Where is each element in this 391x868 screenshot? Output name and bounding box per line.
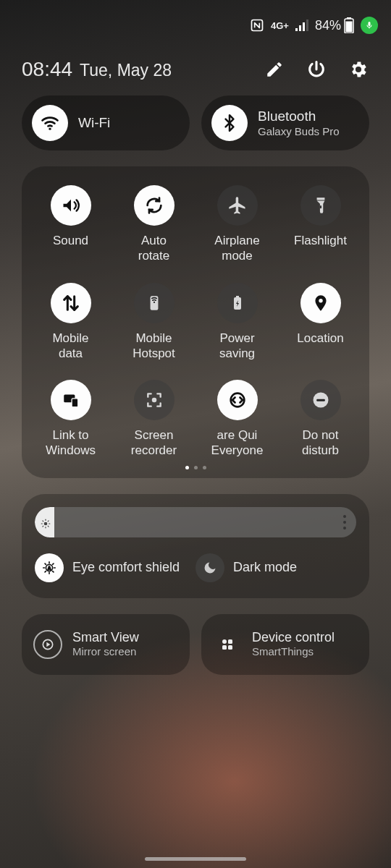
bluetooth-label: Bluetooth [258,108,340,125]
dark-mode-label: Dark mode [233,560,297,575]
svg-line-35 [45,563,46,564]
svg-rect-3 [303,22,305,31]
svg-rect-15 [72,399,78,407]
svg-rect-19 [316,399,325,401]
power-saving-icon [217,283,258,323]
tile-do-not-disturb[interactable]: Do not disturb [279,380,362,459]
tile-label: Mobile data [52,331,88,362]
svg-line-37 [45,571,46,571]
dark-mode-toggle[interactable]: Dark mode [196,553,356,582]
svg-line-36 [53,571,54,571]
svg-marker-40 [46,642,50,647]
do-not-disturb-icon [300,380,341,420]
screen-recorder-icon [134,380,175,420]
tile-label: Sound [53,233,88,263]
svg-line-28 [49,520,49,521]
tile-link-windows[interactable]: Link to Windows [29,380,112,459]
tile-location[interactable]: Location [279,283,362,362]
battery-indicator: 84% [315,17,354,33]
signal-icon [295,20,308,31]
mobile-hotspot-icon [134,283,175,323]
device-control-sub: SmartThings [252,645,335,659]
sound-icon [51,185,91,226]
tile-mobile-hotspot[interactable]: Mobile Hotspot [112,283,196,362]
page-indicator [29,466,362,469]
edit-button[interactable] [264,59,285,80]
tile-label: Do not disturb [302,427,339,459]
svg-rect-1 [295,28,298,31]
tile-screen-recorder[interactable]: Screen recorder [112,380,196,459]
svg-rect-42 [228,639,232,644]
power-button[interactable] [306,59,327,80]
svg-point-41 [222,639,227,644]
smart-view-icon [33,630,62,659]
link-windows-icon [51,380,91,420]
svg-rect-4 [306,20,308,31]
clock-date-text: Tue, May 28 [80,61,172,80]
tile-label: Airplane mode [214,233,259,264]
svg-text:A: A [48,565,51,570]
brightness-menu-button[interactable] [343,515,346,529]
location-icon [300,283,341,323]
eye-comfort-icon: A [35,553,64,582]
tile-auto-rotate[interactable]: Auto rotate [112,185,196,264]
moon-icon [196,553,224,582]
clock-date: 08:44 Tue, May 28 [22,58,172,81]
mobile-data-icon [51,283,91,323]
svg-line-26 [49,526,49,527]
bluetooth-icon [211,105,248,141]
nfc-icon [250,18,264,33]
tile-label: Link to Windows [46,427,96,459]
svg-point-8 [49,128,51,130]
tile-flashlight[interactable]: Flashlight [279,185,362,264]
smart-view-label: Smart View [72,629,139,646]
tile-mobile-data[interactable]: Mobile data [29,283,112,362]
tile-quick-share[interactable]: are Qui Everyone [196,380,279,459]
brightness-slider[interactable] [35,507,356,537]
brightness-sun-icon [41,519,48,526]
network-type-label: 4G+ [271,20,289,31]
microphone-active-icon [361,17,378,34]
battery-percent: 84% [315,18,341,33]
svg-line-38 [53,563,54,564]
tile-label: Flashlight [294,233,347,263]
wifi-icon [32,105,68,141]
settings-button[interactable] [348,59,369,80]
eye-comfort-toggle[interactable]: A Eye comfort shield [35,553,196,582]
tile-label: Power saving [219,331,255,362]
svg-line-27 [43,526,43,527]
quick-tiles-panel: SoundAuto rotateAirplane modeFlashlightM… [22,166,369,478]
tile-label: Auto rotate [138,233,169,264]
svg-point-11 [153,301,154,302]
device-control-button[interactable]: Device control SmartThings [201,614,369,675]
tile-airplane-mode[interactable]: Airplane mode [196,185,279,264]
svg-rect-44 [228,645,232,650]
bluetooth-toggle[interactable]: Bluetooth Galaxy Buds Pro [201,95,369,150]
flashlight-icon [300,185,341,226]
smart-view-button[interactable]: Smart View Mirror screen [22,614,190,675]
eye-comfort-label: Eye comfort shield [72,560,180,575]
status-bar: 4G+ 84% [0,0,391,51]
tile-label: Screen recorder [131,427,177,459]
home-indicator[interactable] [145,857,246,861]
svg-rect-7 [346,22,353,33]
brightness-panel: A Eye comfort shield Dark mode [22,494,369,598]
auto-rotate-icon [134,185,175,226]
svg-rect-2 [299,25,301,31]
wifi-toggle[interactable]: Wi-Fi [22,95,190,150]
tile-label: Mobile Hotspot [133,331,175,362]
device-control-icon [213,630,242,659]
tile-sound[interactable]: Sound [29,185,112,264]
svg-point-20 [44,522,48,525]
svg-point-16 [151,398,156,403]
panel-header: 08:44 Tue, May 28 [22,58,369,81]
device-control-label: Device control [252,629,335,646]
clock-time: 08:44 [22,58,72,81]
tile-label: Location [297,331,343,361]
svg-rect-13 [236,296,239,297]
wifi-label: Wi-Fi [78,114,110,132]
quick-share-icon [217,380,258,420]
tile-power-saving[interactable]: Power saving [196,283,279,362]
tile-label: are Qui Everyone [211,427,264,459]
svg-line-25 [43,520,43,521]
